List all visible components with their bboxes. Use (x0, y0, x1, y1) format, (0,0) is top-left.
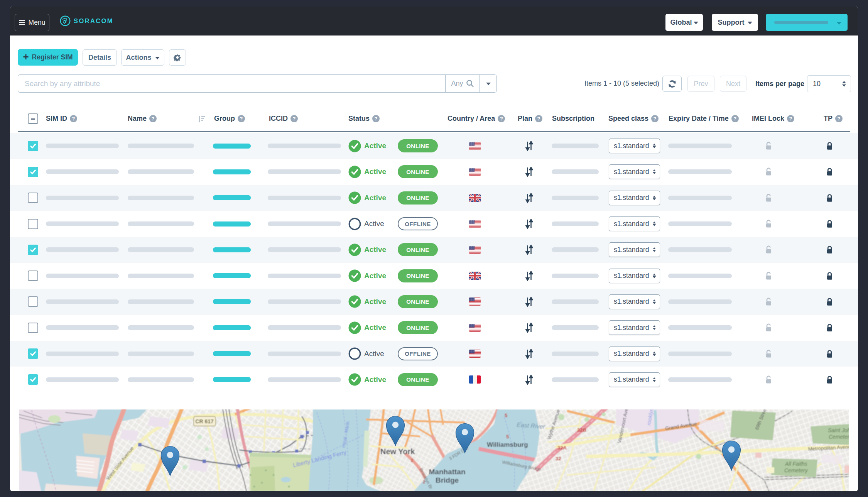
svg-text:32B: 32B (577, 427, 586, 433)
svg-text:CR 617: CR 617 (195, 418, 214, 424)
svg-text:Cemetery: Cemetery (784, 467, 808, 473)
svg-text:2: 2 (423, 480, 425, 484)
svg-text:Cemetery: Cemetery (829, 434, 849, 440)
svg-text:All Faiths: All Faiths (785, 461, 807, 467)
svg-text:Williamsburg: Williamsburg (487, 441, 528, 448)
svg-text:Saint John: Saint John (828, 427, 849, 433)
svg-text:New York: New York (380, 447, 415, 456)
svg-text:2: 2 (411, 458, 413, 463)
svg-text:5: 5 (505, 412, 507, 418)
svg-text:5: 5 (506, 434, 509, 440)
svg-text:32: 32 (556, 456, 561, 462)
svg-text:32A: 32A (557, 445, 567, 451)
